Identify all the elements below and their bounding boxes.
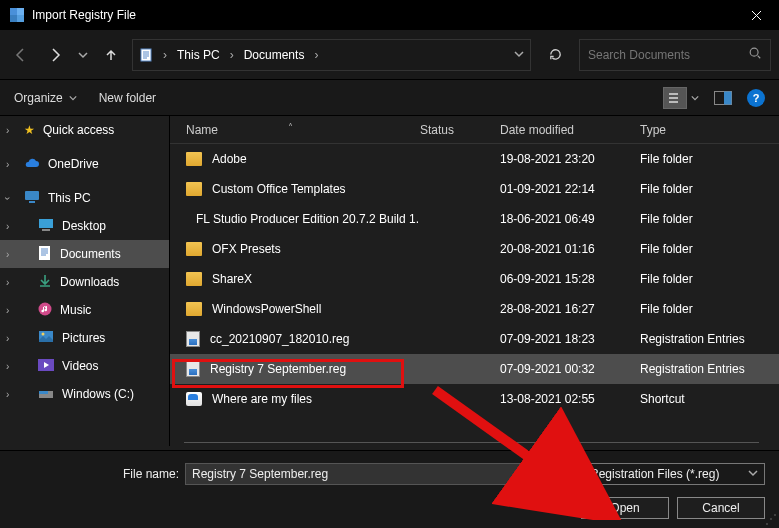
- file-type: File folder: [640, 182, 759, 196]
- sidebar-item-music[interactable]: › Music: [0, 296, 169, 324]
- up-button[interactable]: [98, 42, 124, 68]
- chevron-right-icon[interactable]: ›: [226, 48, 238, 62]
- chevron-right-icon[interactable]: ›: [6, 361, 9, 372]
- file-type: File folder: [640, 242, 759, 256]
- file-name: WindowsPowerShell: [212, 302, 321, 316]
- file-name: cc_20210907_182010.reg: [210, 332, 349, 346]
- cancel-button[interactable]: Cancel: [677, 497, 765, 519]
- open-button[interactable]: Open: [581, 497, 669, 519]
- folder-icon: [186, 152, 202, 166]
- file-row[interactable]: cc_20210907_182010.reg07-09-2021 18:23Re…: [170, 324, 779, 354]
- window-title: Import Registry File: [32, 8, 136, 22]
- folder-icon: [186, 302, 202, 316]
- preview-pane-button[interactable]: [711, 87, 735, 109]
- refresh-button[interactable]: [539, 39, 571, 71]
- videos-icon: [38, 359, 54, 374]
- horizontal-scrollbar[interactable]: [184, 442, 759, 446]
- file-name: Custom Office Templates: [212, 182, 346, 196]
- reg-file-icon: [186, 361, 200, 377]
- organize-menu[interactable]: Organize: [14, 91, 77, 105]
- sidebar-item-onedrive[interactable]: › OneDrive: [0, 150, 169, 178]
- sidebar-item-windowsc[interactable]: › Windows (C:): [0, 380, 169, 408]
- file-row[interactable]: Custom Office Templates01-09-2021 22:14F…: [170, 174, 779, 204]
- header-name[interactable]: Name˄: [170, 123, 420, 137]
- shortcut-icon: [186, 392, 202, 406]
- sidebar-item-thispc[interactable]: › This PC: [0, 184, 169, 212]
- filetype-select[interactable]: Registration Files (*.reg): [583, 463, 765, 485]
- sidebar-item-pictures[interactable]: › Pictures: [0, 324, 169, 352]
- address-bar[interactable]: › This PC › Documents ›: [132, 39, 531, 71]
- chevron-right-icon[interactable]: ›: [6, 305, 9, 316]
- recent-locations-dropdown[interactable]: [76, 42, 90, 68]
- forward-button[interactable]: [42, 42, 68, 68]
- sidebar-item-downloads[interactable]: › Downloads: [0, 268, 169, 296]
- svg-point-2: [750, 48, 758, 56]
- chevron-right-icon[interactable]: ›: [6, 221, 9, 232]
- file-date: 20-08-2021 01:16: [500, 242, 640, 256]
- sidebar-item-documents[interactable]: › Documents: [0, 240, 169, 268]
- chevron-right-icon[interactable]: ›: [6, 125, 9, 136]
- file-row[interactable]: ShareX06-09-2021 15:28File folder: [170, 264, 779, 294]
- file-type: Registration Entries: [640, 332, 759, 346]
- chevron-right-icon[interactable]: ›: [6, 159, 9, 170]
- column-headers[interactable]: Name˄ Status Date modified Type: [170, 116, 779, 144]
- address-dropdown[interactable]: [514, 48, 524, 62]
- sidebar: › ★ Quick access › OneDrive › This PC › …: [0, 116, 170, 446]
- filename-input[interactable]: Registry 7 September.reg: [185, 463, 569, 485]
- search-box[interactable]: [579, 39, 771, 71]
- file-date: 07-09-2021 00:32: [500, 362, 640, 376]
- chevron-right-icon[interactable]: ›: [310, 48, 322, 62]
- svg-rect-7: [39, 219, 53, 228]
- view-dropdown-icon[interactable]: [691, 91, 699, 105]
- file-name: ShareX: [212, 272, 252, 286]
- folder-icon: [186, 272, 202, 286]
- view-options-button[interactable]: [663, 87, 687, 109]
- file-date: 19-08-2021 23:20: [500, 152, 640, 166]
- sidebar-item-quickaccess[interactable]: › ★ Quick access: [0, 116, 169, 144]
- chevron-right-icon[interactable]: ›: [6, 389, 9, 400]
- sidebar-item-desktop[interactable]: › Desktop: [0, 212, 169, 240]
- file-row[interactable]: WindowsPowerShell28-08-2021 16:27File fo…: [170, 294, 779, 324]
- svg-rect-4: [724, 91, 732, 104]
- svg-rect-8: [42, 229, 50, 231]
- file-name: Registry 7 September.reg: [210, 362, 346, 376]
- search-input[interactable]: [588, 48, 762, 62]
- search-icon[interactable]: [748, 46, 762, 63]
- breadcrumb-documents[interactable]: Documents: [242, 48, 307, 62]
- header-status[interactable]: Status: [420, 123, 500, 137]
- chevron-right-icon[interactable]: ›: [6, 333, 9, 344]
- file-type: File folder: [640, 212, 759, 226]
- chevron-down-icon[interactable]: ›: [2, 196, 13, 199]
- breadcrumb-thispc[interactable]: This PC: [175, 48, 222, 62]
- help-button[interactable]: ?: [747, 89, 765, 107]
- file-type: File folder: [640, 152, 759, 166]
- chevron-right-icon[interactable]: ›: [159, 48, 171, 62]
- chevron-right-icon[interactable]: ›: [6, 277, 9, 288]
- filename-dropdown-icon[interactable]: [552, 467, 562, 481]
- sidebar-item-videos[interactable]: › Videos: [0, 352, 169, 380]
- sort-ascending-icon: ˄: [288, 122, 293, 133]
- header-type[interactable]: Type: [640, 123, 759, 137]
- reg-file-icon: [186, 331, 200, 347]
- header-date[interactable]: Date modified: [500, 123, 640, 137]
- svg-rect-5: [25, 191, 39, 200]
- back-button[interactable]: [8, 42, 34, 68]
- music-icon: [38, 302, 52, 319]
- star-icon: ★: [24, 123, 35, 137]
- close-button[interactable]: [733, 0, 779, 30]
- file-row[interactable]: Where are my files13-08-2021 02:55Shortc…: [170, 384, 779, 414]
- file-row[interactable]: Adobe19-08-2021 23:20File folder: [170, 144, 779, 174]
- chevron-right-icon[interactable]: ›: [6, 249, 9, 260]
- resize-grip[interactable]: ⋰: [765, 512, 777, 526]
- file-type: File folder: [640, 302, 759, 316]
- file-list[interactable]: Adobe19-08-2021 23:20File folderCustom O…: [170, 144, 779, 442]
- filetype-dropdown-icon[interactable]: [748, 467, 758, 481]
- file-date: 18-06-2021 06:49: [500, 212, 640, 226]
- file-row[interactable]: Registry 7 September.reg07-09-2021 00:32…: [170, 354, 779, 384]
- file-row[interactable]: OFX Presets20-08-2021 01:16File folder: [170, 234, 779, 264]
- file-row[interactable]: FL Studio Producer Edition 20.7.2 Build …: [170, 204, 779, 234]
- svg-rect-6: [29, 201, 35, 203]
- svg-rect-15: [39, 391, 48, 394]
- new-folder-button[interactable]: New folder: [99, 91, 156, 105]
- file-name: Where are my files: [212, 392, 312, 406]
